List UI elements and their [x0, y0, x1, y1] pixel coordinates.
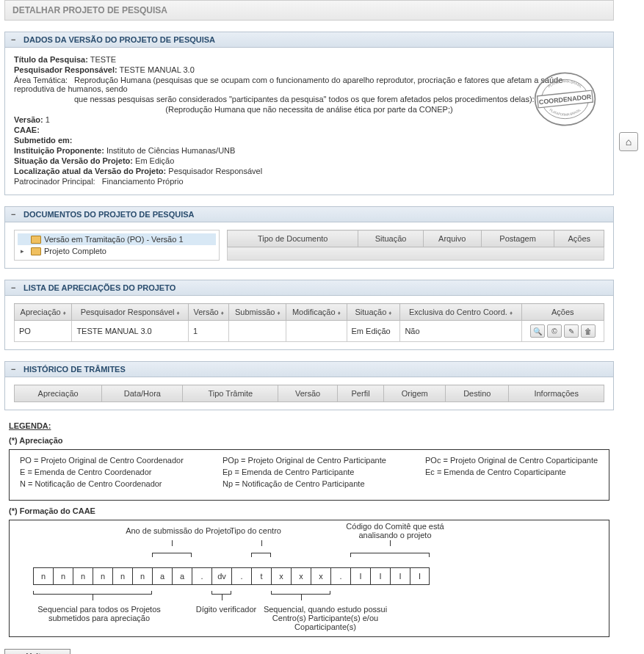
caae-cell: n [132, 567, 152, 585]
caae-label-seq-centro: Sequencial, quando estudo possui Centro(… [259, 605, 391, 631]
area-label: Área Temática: [14, 76, 74, 84]
col-informacoes[interactable]: Informações [509, 385, 604, 402]
caae-cell: n [53, 567, 73, 585]
col-versao[interactable]: Versão ♦ [188, 304, 229, 321]
collapse-icon[interactable]: − [11, 283, 21, 292]
col-acoes[interactable]: Ações [554, 230, 604, 247]
sort-icon: ♦ [388, 310, 391, 316]
col-destino[interactable]: Destino [446, 385, 509, 402]
caae-cell: . [192, 567, 211, 585]
col-perfil[interactable]: Perfil [337, 385, 383, 402]
col-tipo[interactable]: Tipo de Documento [228, 230, 358, 247]
legend-section: LEGENDA: (*) Apreciação PO = Projeto Ori… [4, 421, 614, 637]
caae-cell: a [172, 567, 192, 585]
caae-cell: n [112, 567, 132, 585]
titulo-value: TESTE [90, 55, 116, 64]
col-apreciacao[interactable]: Apreciação [15, 385, 102, 402]
sort-icon: ♦ [221, 310, 224, 316]
caae-cell: I [390, 567, 410, 585]
situacao-label: Situação da Versão do Projeto: [14, 156, 133, 165]
legend-pop: POp = Projeto Original de Centro Partici… [222, 456, 396, 465]
panel-documentos-header[interactable]: − DOCUMENTOS DO PROJETO DE PESQUISA [5, 207, 613, 222]
sort-icon: ♦ [63, 310, 66, 316]
home-icon[interactable]: ⌂ [619, 132, 638, 151]
sort-icon: ♦ [177, 310, 180, 316]
caae-cell: I [370, 567, 390, 585]
caae-cell: x [271, 567, 291, 585]
caae-cell: n [73, 567, 93, 585]
legend-ec: Ec = Emenda de Centro Coparticipante [425, 468, 598, 476]
collapse-icon[interactable]: − [11, 210, 21, 219]
collapse-icon[interactable]: − [11, 365, 21, 374]
inst-value: Instituto de Ciências Humanas/UNB [106, 146, 235, 155]
caae-label-tipo: Tipo do centro [222, 526, 289, 535]
pesquisador-label: Pesquisador Responsável: [14, 65, 117, 74]
col-arquivo[interactable]: Arquivo [423, 230, 481, 247]
table-row [228, 247, 604, 261]
caae-label-sequencial: Sequencial para todos os Projetos submet… [33, 605, 165, 622]
col-versao[interactable]: Versão [278, 385, 338, 402]
action-delete-icon[interactable]: 🗑 [581, 324, 596, 338]
tree-item-projeto[interactable]: ▸ Projeto Completo [18, 245, 216, 257]
inst-label: Instituição Proponente: [14, 146, 104, 155]
panel-documentos-title: DOCUMENTOS DO PROJETO DE PESQUISA [23, 210, 194, 219]
col-datahora[interactable]: Data/Hora [102, 385, 183, 402]
documents-table: Tipo de Documento Situação Arquivo Posta… [227, 230, 604, 261]
panel-dados-header[interactable]: − DADOS DA VERSÃO DO PROJETO DE PESQUISA [5, 32, 613, 48]
page-title: DETALHAR PROJETO DE PESQUISA [4, 0, 614, 21]
col-pesquisador[interactable]: Pesquisador Responsável ♦ [72, 304, 189, 321]
cell-modificacao [286, 321, 347, 342]
col-situacao[interactable]: Situação [358, 230, 423, 247]
col-postagem[interactable]: Postagem [481, 230, 554, 247]
caae-cell: x [311, 567, 330, 585]
action-copy-icon[interactable]: © [547, 324, 562, 338]
localizacao-value: Pesquisador Responsável [168, 167, 262, 175]
svg-text:PLATAFORMA BRASIL: PLATAFORMA BRASIL [549, 108, 582, 117]
cell-versao: 1 [188, 321, 229, 342]
collapse-icon[interactable]: − [11, 35, 21, 44]
caae-label-digito: Dígito verificador [193, 605, 259, 614]
caae-cell: I [410, 567, 430, 585]
voltar-button[interactable]: Voltar [4, 649, 70, 654]
col-exclusiva[interactable]: Exclusiva do Centro Coord. ♦ [400, 304, 521, 321]
panel-apreciacoes-title: LISTA DE APRECIAÇÕES DO PROJETO [23, 283, 176, 292]
cell-acoes: 🔍 © ✎ 🗑 [521, 321, 604, 342]
localizacao-label: Localização atual da Versão do Projeto: [14, 167, 166, 175]
panel-apreciacoes-header[interactable]: − LISTA DE APRECIAÇÕES DO PROJETO [5, 280, 613, 296]
caae-label: CAAE: [14, 126, 40, 134]
legend-ep: Ep = Emenda de Centro Participante [222, 468, 396, 476]
col-modificacao[interactable]: Modificação ♦ [286, 304, 347, 321]
documents-tree: Versão em Tramitação (PO) - Versão 1 ▸ P… [14, 230, 220, 261]
tree-item-label: Projeto Completo [44, 247, 106, 255]
caae-cell: t [251, 567, 271, 585]
legend-poc: POc = Projeto Original de Centro Coparti… [425, 456, 598, 465]
situacao-value: Em Edição [135, 156, 174, 165]
versao-label: Versão: [14, 115, 43, 124]
action-view-icon[interactable]: 🔍 [530, 324, 545, 338]
col-submissao[interactable]: Submissão ♦ [229, 304, 286, 321]
col-origem[interactable]: Origem [384, 385, 446, 402]
caae-cell: I [350, 567, 370, 585]
coordenador-stamp: COORDENADOR PLATAFORMA BRASIL PLATAFORMA… [530, 70, 600, 128]
sort-icon: ♦ [510, 310, 513, 316]
historico-table: Apreciação Data/Hora Tipo Trâmite Versão… [14, 385, 604, 402]
sort-icon: ♦ [338, 310, 341, 316]
versao-value: 1 [46, 115, 50, 124]
col-apreciacao[interactable]: Apreciação ♦ [15, 304, 72, 321]
col-situacao[interactable]: Situação ♦ [347, 304, 400, 321]
col-tipotramite[interactable]: Tipo Trâmite [183, 385, 278, 402]
legend-po: PO = Projeto Original de Centro Coordena… [20, 456, 193, 465]
patro-label: Patrocinador Principal: [14, 177, 95, 186]
legend-np: Np = Notificação de Centro Participante [222, 479, 396, 488]
tree-item-label: Versão em Tramitação (PO) - Versão 1 [44, 235, 184, 244]
legend-caae-box: Ano de submissão do Projeto Tipo do cent… [9, 520, 609, 637]
legend-e: E = Emenda de Centro Coordenador [20, 468, 193, 476]
legend-apreciacao-box: PO = Projeto Original de Centro Coordena… [9, 449, 609, 501]
action-edit-icon[interactable]: ✎ [564, 324, 579, 338]
tree-expand-icon[interactable]: ▸ [21, 247, 28, 255]
titulo-label: Título da Pesquisa: [14, 55, 88, 64]
panel-historico-header[interactable]: − HISTÓRICO DE TRÂMITES [5, 362, 613, 377]
cell-pesquisador: TESTE MANUAL 3.0 [72, 321, 189, 342]
tree-item-versao[interactable]: Versão em Tramitação (PO) - Versão 1 [18, 233, 216, 245]
table-row: PO TESTE MANUAL 3.0 1 Em Edição Não 🔍 © … [15, 321, 604, 342]
